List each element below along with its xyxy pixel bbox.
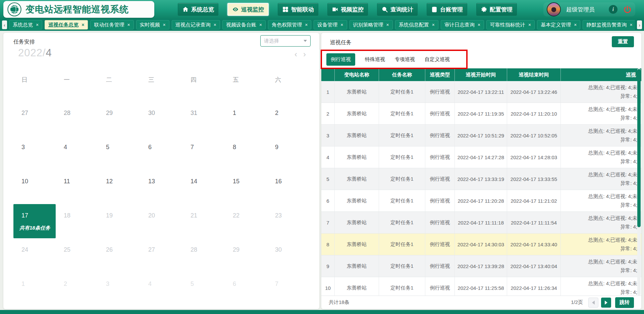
calendar-day-cell[interactable]: 19 xyxy=(98,204,140,238)
calendar-day-cell[interactable]: 16 xyxy=(267,170,309,204)
calendar-day-cell[interactable]: 11 xyxy=(56,170,98,204)
nav-system-overview[interactable]: 系统总览 xyxy=(178,3,218,16)
calendar-day-cell[interactable]: 1 xyxy=(13,272,56,307)
table-row[interactable]: 2东善桥站定时任务1例行巡视2022-04-17 11:19:352022-04… xyxy=(321,103,641,125)
nav-smart-linkage[interactable]: 智能联动 xyxy=(278,3,318,16)
calendar-day-cell[interactable]: 10 xyxy=(13,170,56,204)
calendar-day-cell[interactable]: 3 xyxy=(13,136,56,170)
tab-close-icon[interactable]: × xyxy=(574,22,577,27)
calendar-day-cell[interactable]: 2 xyxy=(267,102,309,136)
calendar-day-cell[interactable]: 7 xyxy=(182,136,225,170)
calendar-day-cell[interactable]: 30 xyxy=(140,102,182,136)
calendar-day-cell[interactable]: 5 xyxy=(98,136,140,170)
calendar-day-cell[interactable]: 15 xyxy=(225,170,267,204)
calendar-day-cell-selected[interactable]: 17共有18条任务 xyxy=(13,204,56,238)
calendar-day-cell[interactable]: 14 xyxy=(182,170,225,204)
tab-close-icon[interactable]: × xyxy=(528,22,531,27)
table-scrollbar-track[interactable] xyxy=(637,68,641,296)
tabs-scroll-left-icon[interactable]: ‹ xyxy=(2,20,7,29)
next-page-button[interactable] xyxy=(601,298,611,308)
next-month-icon[interactable]: › xyxy=(303,50,306,58)
filter-tab-custom-patrol[interactable]: 自定义巡视 xyxy=(425,56,450,63)
workspace-tab[interactable]: 可靠性指标统计× xyxy=(486,20,535,29)
table-row[interactable]: 8东善桥站定时任务1例行巡视2022-04-17 14:30:032022-04… xyxy=(321,234,641,255)
table-scrollbar-thumb[interactable] xyxy=(637,69,641,227)
reset-button[interactable]: 重置 xyxy=(612,36,634,47)
calendar-day-cell[interactable]: 5 xyxy=(182,272,225,307)
calendar-day-cell[interactable]: 13 xyxy=(140,170,182,204)
table-row[interactable]: 4东善桥站定时任务1例行巡视2022-04-17 14:27:282022-04… xyxy=(321,146,641,168)
calendar-day-cell[interactable]: 8 xyxy=(225,136,267,170)
filter-tab-special-patrol[interactable]: 特殊巡视 xyxy=(365,56,385,63)
calendar-day-cell[interactable]: 7 xyxy=(267,272,309,307)
table-row[interactable]: 10东善桥站定时任务1例行巡视2022-04-17 11:25:582022-0… xyxy=(321,277,641,296)
calendar-day-cell[interactable]: 24 xyxy=(13,238,56,272)
calendar-day-cell[interactable]: 27 xyxy=(140,238,182,272)
filter-tab-dedicated-patrol[interactable]: 专项巡视 xyxy=(395,56,415,63)
prev-month-icon[interactable]: ‹ xyxy=(294,50,297,58)
tab-close-icon[interactable]: × xyxy=(259,22,262,27)
table-row[interactable]: 6东善桥站定时任务1例行巡视2022-04-17 11:20:282022-04… xyxy=(321,190,641,212)
calendar-day-cell[interactable]: 26 xyxy=(98,238,140,272)
calendar-day-cell[interactable]: 1 xyxy=(225,102,267,136)
calendar-day-cell[interactable]: 6 xyxy=(225,272,267,307)
workspace-tab[interactable]: 静默监视告警查询× xyxy=(583,20,635,29)
table-row[interactable]: 3东善桥站定时任务1例行巡视2022-04-17 10:51:292022-04… xyxy=(321,125,641,146)
jump-button[interactable]: 跳转 xyxy=(615,297,634,308)
calendar-day-cell[interactable]: 27 xyxy=(13,102,56,136)
calendar-day-cell[interactable]: 23 xyxy=(267,204,309,238)
calendar-day-cell[interactable]: 25 xyxy=(56,238,98,272)
table-row[interactable]: 1东善桥站定时任务1例行巡视2022-04-17 13:22:112022-04… xyxy=(321,81,641,103)
workspace-tab[interactable]: 巡视点记录查询× xyxy=(172,20,220,29)
tab-close-icon[interactable]: × xyxy=(214,22,216,27)
calendar-day-cell[interactable]: 28 xyxy=(182,238,225,272)
prev-page-button[interactable] xyxy=(588,298,598,308)
workspace-tab[interactable]: 系统总览× xyxy=(9,20,42,29)
workspace-tab[interactable]: 实时视频× xyxy=(136,20,169,29)
calendar-day-cell[interactable]: 12 xyxy=(98,170,140,204)
calendar-day-cell[interactable]: 20 xyxy=(140,204,182,238)
calendar-day-cell[interactable]: 21 xyxy=(182,204,225,238)
tab-close-icon[interactable]: × xyxy=(478,22,480,27)
workspace-tab[interactable]: 设备管理× xyxy=(314,20,347,29)
table-row[interactable]: 7东善桥站定时任务1例行巡视2022-04-17 11:11:182022-04… xyxy=(321,212,641,234)
filter-tab-routine-patrol[interactable]: 例行巡视 xyxy=(326,53,355,66)
workspace-tab[interactable]: 系统信息配置× xyxy=(395,20,438,29)
table-row[interactable]: 9东善桥站定时任务1例行巡视2022-04-17 13:39:282022-04… xyxy=(321,255,641,277)
table-row[interactable]: 5东善桥站定时任务1例行巡视2022-04-17 13:33:192022-04… xyxy=(321,168,641,190)
tab-close-icon[interactable]: × xyxy=(82,22,84,27)
calendar-day-cell[interactable]: 31 xyxy=(182,102,225,136)
tab-close-icon[interactable]: × xyxy=(36,22,39,27)
workspace-tab[interactable]: 巡视任务总览× xyxy=(45,20,88,29)
calendar-day-cell[interactable]: 29 xyxy=(225,238,267,272)
tab-close-icon[interactable]: × xyxy=(305,22,308,27)
logout-power-icon[interactable] xyxy=(623,5,632,14)
calendar-day-cell[interactable]: 6 xyxy=(140,136,182,170)
workspace-tab[interactable]: 联动任务管理× xyxy=(90,20,133,29)
calendar-day-cell[interactable]: 2 xyxy=(56,272,98,307)
workspace-tab[interactable]: 角色权限管理× xyxy=(268,20,311,29)
tab-close-icon[interactable]: × xyxy=(386,22,389,27)
nav-config-management[interactable]: 配置管理 xyxy=(476,3,517,16)
calendar-day-cell[interactable]: 18 xyxy=(56,204,98,238)
tab-close-icon[interactable]: × xyxy=(340,22,343,27)
tab-close-icon[interactable]: × xyxy=(432,22,435,27)
calendar-day-cell[interactable]: 29 xyxy=(98,102,140,136)
tab-close-icon[interactable]: × xyxy=(127,22,130,27)
calendar-day-cell[interactable]: 28 xyxy=(56,102,98,136)
calendar-day-cell[interactable]: 4 xyxy=(56,136,98,170)
nav-ledger-management[interactable]: 台账管理 xyxy=(427,3,467,16)
workspace-tab[interactable]: 识别策略管理× xyxy=(350,20,393,29)
user-avatar[interactable] xyxy=(547,2,561,16)
workspace-tab[interactable]: 视频设备台账× xyxy=(222,20,266,29)
workspace-tab[interactable]: 基本定义管理× xyxy=(537,20,580,29)
workspace-tab[interactable]: 审计日志查询× xyxy=(441,20,484,29)
calendar-day-cell[interactable]: 3 xyxy=(98,272,140,307)
task-filter-select[interactable]: 请选择 xyxy=(260,35,311,47)
calendar-day-cell[interactable]: 9 xyxy=(267,136,309,170)
tab-close-icon[interactable]: × xyxy=(630,22,632,27)
tab-close-icon[interactable]: × xyxy=(163,22,166,27)
nav-video-monitoring[interactable]: 视频监控 xyxy=(327,3,368,16)
nav-patrol-monitoring[interactable]: 巡视监控 xyxy=(227,3,269,16)
info-icon[interactable]: i xyxy=(609,5,618,14)
